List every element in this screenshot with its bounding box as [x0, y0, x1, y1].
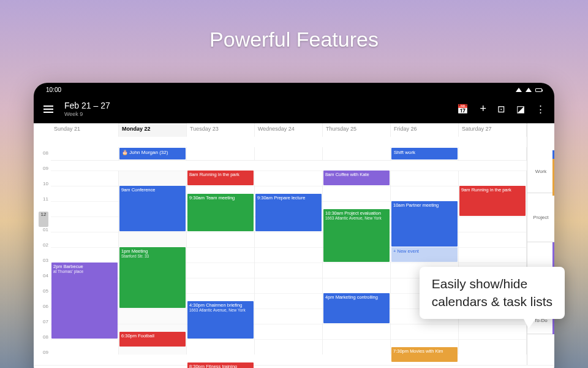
signal-icon	[526, 88, 532, 92]
date-range-picker[interactable]: Feb 21 – 27 Week 9	[64, 101, 457, 117]
app-bar: Feb 21 – 27 Week 9 📅 + ⊡ ◪ ⋮	[34, 97, 554, 123]
calendar-grid: 0809101112010203040506070809 Sunday 21Mo…	[34, 123, 554, 365]
calendar-event[interactable]: 8am Running in the park	[187, 171, 254, 185]
battery-icon	[535, 88, 542, 92]
day-column[interactable]: 9am Running in the park	[459, 171, 527, 355]
day-header[interactable]: Friday 26	[391, 123, 459, 137]
rail-color-mark	[552, 150, 554, 159]
hour-label: 10	[34, 181, 48, 196]
hour-label: 04	[34, 273, 48, 288]
calendar-event[interactable]: 10:30am Project evaluation1663 Atlantic …	[323, 209, 390, 263]
rail-category[interactable]: Work	[527, 150, 554, 193]
wifi-icon	[516, 88, 522, 92]
status-time: 10:00	[46, 86, 61, 93]
calendar-event[interactable]: 10am Partner meeting	[391, 201, 458, 247]
hour-label: 06	[34, 304, 48, 319]
add-event-button[interactable]: +	[480, 102, 486, 115]
callout-line2: calendars & task lists	[432, 293, 552, 310]
tablet-frame: 10:00 Feb 21 – 27 Week 9 📅 + ⊡ ◪ ⋮ 08091…	[34, 83, 554, 368]
day-column[interactable]: 10am Partner meeting+ New event7:30pm Mo…	[391, 171, 459, 355]
goto-icon[interactable]: ⊡	[497, 104, 505, 115]
day-column[interactable]: 8am Coffee with Kate10:30am Project eval…	[323, 171, 391, 355]
calendar-event[interactable]: 9am Running in the park	[459, 186, 526, 216]
hour-label: 07	[34, 319, 48, 334]
day-header[interactable]: Sunday 21	[51, 123, 119, 137]
allday-cell[interactable]: 🎂 John Morgan (32)	[119, 147, 187, 161]
allday-cell[interactable]	[51, 147, 119, 161]
rail-color-mark	[552, 159, 554, 196]
callout-line1: Easily show/hide	[432, 275, 552, 293]
allday-event[interactable]: 🎂 John Morgan (32)	[119, 148, 186, 159]
hour-label: 01	[34, 227, 48, 242]
hour-label: 11	[34, 196, 48, 212]
feature-callout: Easily show/hide calendars & task lists	[420, 267, 565, 319]
rail-category[interactable]: Project	[527, 193, 554, 242]
day-header[interactable]: Monday 22	[119, 123, 187, 137]
bottom-bar: 7 DAYS	[34, 365, 554, 368]
calendar-event[interactable]: 9:30am Prepare lecture	[255, 194, 322, 232]
hour-label: 02	[34, 242, 48, 258]
view-icon[interactable]: ◪	[516, 104, 525, 115]
allday-cell[interactable]	[459, 147, 527, 161]
hour-label: 09	[34, 350, 48, 365]
calendar-event[interactable]: 7:30pm Movies with Kim	[391, 347, 458, 362]
day-header[interactable]: Thursday 25	[323, 123, 391, 137]
hour-label: 12	[39, 212, 48, 227]
calendar-event[interactable]: 4:30pm Chairmen briefing1663 Atlantic Av…	[187, 301, 254, 339]
overflow-menu-icon[interactable]: ⋮	[536, 104, 545, 115]
calendar-event[interactable]: 8:30pm Fitness training	[187, 362, 254, 368]
calendar-event[interactable]: 6:30pm Football	[119, 332, 186, 347]
calendar-event[interactable]: 4pm Marketing controlling	[323, 293, 390, 323]
hour-label: 03	[34, 258, 48, 273]
allday-cell[interactable]	[323, 147, 391, 161]
day-header[interactable]: Saturday 27	[459, 123, 527, 137]
day-column[interactable]: 8am Running in the park9:30am Team meeti…	[187, 171, 255, 355]
day-column[interactable]: 9am Conference1pm MeetingStanford Str. 3…	[119, 171, 187, 355]
allday-event[interactable]: Shift work	[391, 148, 458, 159]
days-container: Sunday 21Monday 22Tuesday 23Wednesday 24…	[51, 123, 527, 365]
allday-cell[interactable]: Shift work	[391, 147, 459, 161]
allday-cell[interactable]	[255, 147, 323, 161]
menu-icon[interactable]	[43, 105, 53, 113]
time-gutter: 0809101112010203040506070809	[34, 123, 51, 365]
day-column[interactable]: 9:30am Prepare lecture	[255, 171, 323, 355]
week-number: Week 9	[64, 111, 457, 117]
today-icon[interactable]: 📅	[457, 104, 469, 115]
calendar-event[interactable]: 9am Conference	[119, 186, 186, 231]
hour-label: 08	[34, 150, 48, 166]
day-header[interactable]: Tuesday 23	[187, 123, 255, 137]
status-bar: 10:00	[34, 83, 554, 97]
hero-title: Powerful Features	[0, 0, 588, 52]
date-range: Feb 21 – 27	[64, 101, 457, 110]
hour-label: 05	[34, 288, 48, 304]
day-column[interactable]: 2pm Barbecueat Thomas' place	[51, 171, 119, 355]
hour-label: 08	[34, 334, 48, 350]
day-header[interactable]: Wednesday 24	[255, 123, 323, 137]
calendar-event[interactable]: + New event	[391, 247, 458, 262]
hour-label: 09	[34, 166, 48, 181]
calendar-event[interactable]: 1pm MeetingStanford Str. 33	[119, 247, 186, 308]
calendar-event[interactable]: 9:30am Team meeting	[187, 194, 254, 232]
calendar-event[interactable]: 8am Coffee with Kate	[323, 171, 390, 185]
allday-cell[interactable]	[187, 147, 255, 161]
calendar-event[interactable]: 2pm Barbecueat Thomas' place	[51, 263, 118, 339]
